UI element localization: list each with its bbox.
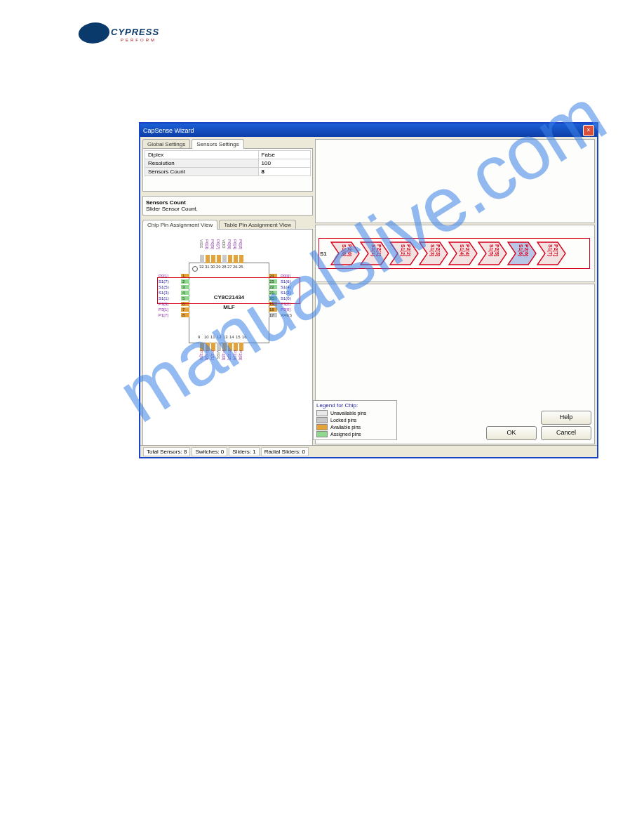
setting-val[interactable]: False <box>258 151 311 159</box>
legend-panel: Legend for Chip: Unavailable pinsLocked … <box>313 400 397 440</box>
ok-button[interactable]: OK <box>486 426 537 440</box>
pin-number: 32 <box>199 265 204 269</box>
window-title: CapSense Wizard <box>143 127 194 134</box>
slider-sensor-4[interactable]: S1(4) P2[4] <box>448 241 478 265</box>
pin-label: VDD <box>222 239 226 249</box>
pin-number: 29 <box>216 265 221 269</box>
legend-swatch <box>316 410 328 416</box>
pin-number: 3 <box>182 285 185 289</box>
pin-number: 17 <box>269 313 274 317</box>
setting-val[interactable]: 100 <box>258 159 311 168</box>
help-button[interactable]: Help <box>541 411 591 425</box>
settings-tabs: Global Settings Sensors Settings <box>142 139 313 149</box>
sensor-pin: P2[1] <box>377 244 382 256</box>
pin-number: 31 <box>205 265 210 269</box>
slider-sensor-7[interactable]: S1(7) P2[7] <box>537 241 566 265</box>
pin-label: P3[1] <box>159 307 168 312</box>
pin-label: P3[2] <box>281 302 290 306</box>
status-bar: Total Sensors: 8 Switches: 0 Sliders: 1 … <box>140 445 597 457</box>
slider-sensor-0[interactable]: S1(0) P2[0] <box>330 241 360 265</box>
pin-number: 30 <box>210 265 215 269</box>
chip-view-tabs: Chip Pin Assignment View Table Pin Assig… <box>142 220 313 230</box>
titlebar[interactable]: CapSense Wizard × <box>140 124 597 137</box>
pin-label: P1[2] <box>227 350 232 360</box>
slider-sensor-3[interactable]: S1(3) P2[3] <box>419 241 448 265</box>
pin-number: 4 <box>182 291 185 295</box>
sensor-canvas-mid[interactable]: S1 S1(0) P2[0] S1(1) P2[1] S1(2) P2[2] S… <box>315 225 595 282</box>
pin-number: 25 <box>239 265 243 269</box>
settings-grid-panel: DiplexFalse Resolution100 Sensors Count8 <box>142 148 313 192</box>
slider-sensor-2[interactable]: S1(2) P2[2] <box>389 241 419 265</box>
status-sliders: Sliders: 1 <box>229 447 259 456</box>
pin-number: 9 <box>198 335 200 339</box>
slider-sensor-1[interactable]: S1(1) P2[1] <box>360 241 389 265</box>
legend-swatch <box>316 431 328 437</box>
pin-label: S1(1) <box>159 296 169 300</box>
setting-description: Sensors Count Slider Sensor Count. <box>142 196 313 216</box>
pin-label: XRES <box>281 313 292 317</box>
pin-label: P0[5] <box>210 239 215 249</box>
pin-number: 21 <box>269 291 274 295</box>
setting-val[interactable]: 8 <box>258 168 311 176</box>
pin-number: 5 <box>182 296 185 300</box>
sensor-pin: P2[0] <box>347 244 352 256</box>
sensor-canvas-top[interactable] <box>315 139 595 223</box>
legend-text: Locked pins <box>330 418 356 423</box>
sensor-id: S1(3) <box>430 244 435 256</box>
logo-text: CYPRESS <box>111 27 159 37</box>
pin-label: S1(7) <box>159 279 169 284</box>
pin-number: 16 <box>242 335 247 339</box>
pin-label: S1(4) <box>281 285 291 289</box>
cancel-button[interactable]: Cancel <box>541 426 591 440</box>
capsense-wizard-window: CapSense Wizard × Global Settings Sensor… <box>139 122 598 458</box>
pin-label: S1(6) <box>281 279 291 284</box>
pin-number: 19 <box>269 302 274 306</box>
pin-label: P3[0] <box>281 307 290 312</box>
sensor-id: S1(1) <box>371 244 376 256</box>
legend-text: Available pins <box>330 425 361 430</box>
pin-label: P0[7] <box>216 239 220 249</box>
pin-label: P1[6] <box>239 350 243 360</box>
pin-strip-top <box>200 255 243 263</box>
pin1-marker-icon <box>192 266 198 272</box>
setting-key: Diplex <box>145 151 259 159</box>
settings-grid[interactable]: DiplexFalse Resolution100 Sensors Count8 <box>145 150 311 176</box>
tab-table-pin-view[interactable]: Table Pin Assignment View <box>219 220 296 230</box>
pin-number: 27 <box>227 265 232 269</box>
brand-logo: CYPRESS PERFORM <box>79 22 163 48</box>
tab-global-settings[interactable]: Global Settings <box>142 139 190 149</box>
pin-label: P0[2] <box>239 239 243 249</box>
pin-number: 26 <box>233 265 238 269</box>
pin-label: P1[7] <box>159 313 168 317</box>
sensor-id: S1(0) <box>342 244 347 256</box>
pin-label: VSS <box>216 350 220 359</box>
pin-number: 23 <box>269 279 274 284</box>
tab-sensors-settings[interactable]: Sensors Settings <box>192 139 243 149</box>
pin-label: P3[3] <box>159 302 168 306</box>
legend-swatch <box>316 417 328 423</box>
slider-sensor-5[interactable]: S1(5) P2[5] <box>478 241 507 265</box>
status-radial: Radial Sliders: 0 <box>261 447 309 456</box>
pin-number: 10 <box>204 335 209 339</box>
pin-label: P0[1] <box>159 274 168 278</box>
tab-chip-pin-view[interactable]: Chip Pin Assignment View <box>142 220 217 230</box>
pin-number: 24 <box>269 274 274 278</box>
sensor-id: S1(7) <box>548 244 553 256</box>
status-total: Total Sensors: 8 <box>143 447 190 456</box>
setting-key: Resolution <box>145 159 259 168</box>
chip-pin-assignment-view[interactable]: CY8C21434 MLF <box>142 229 313 446</box>
slider-sensor-6[interactable]: S1(6) P2[6] <box>507 241 537 265</box>
pin-label: P1[3] <box>205 350 209 360</box>
pin-number: 28 <box>222 265 227 269</box>
pin-number: 22 <box>269 285 274 289</box>
pin-number: 12 <box>217 335 222 339</box>
legend-text: Unavailable pins <box>330 411 366 416</box>
close-icon[interactable]: × <box>583 125 594 136</box>
pin-label: S1(2) <box>281 291 291 295</box>
pin-number: 18 <box>269 307 274 312</box>
pin-number: 13 <box>223 335 228 339</box>
pin-label: P0[4] <box>233 239 237 249</box>
pin-label: VSS <box>199 239 203 248</box>
pin-number: 1 <box>182 274 185 278</box>
sensor-pin: P2[2] <box>406 244 411 256</box>
